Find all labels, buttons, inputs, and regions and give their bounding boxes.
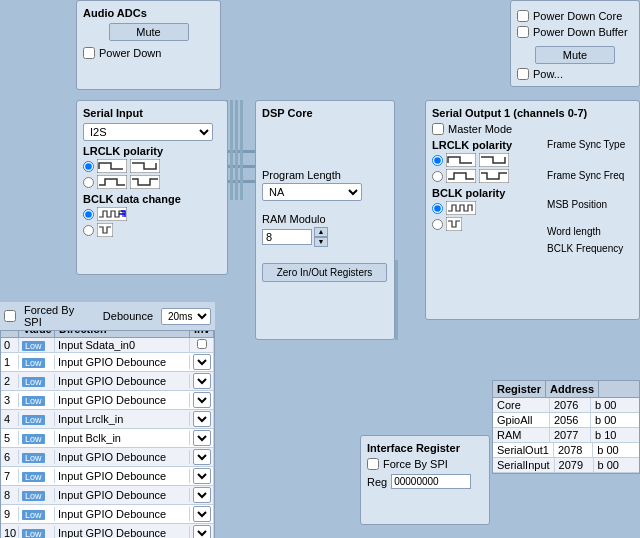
cell-inv: ↓ [190,467,214,485]
reg-val-serialout1: b 00 [593,443,639,457]
cell-direction: Input GPIO Debounce [55,355,190,369]
cell-id: 6 [1,450,19,464]
reg-table-row: SerialInput 2079 b 00 [493,458,639,473]
table-row: 0 Low Input Sdata_in0 [1,338,214,353]
ram-modulo-input[interactable] [262,229,312,245]
ram-modulo-label: RAM Modulo [262,213,388,225]
cell-value: Low [19,374,55,388]
reg-table-row: GpioAll 2056 b 00 [493,413,639,428]
so-lrclk-radio2[interactable] [432,171,443,182]
audio-adcs-mute-button[interactable]: Mute [109,23,189,41]
cell-value: Low [19,431,55,445]
audio-adcs-power-down-label: Power Down [99,47,161,59]
msb-position-label: MSB Position [547,199,633,210]
zero-inout-registers-button[interactable]: Zero In/Out Registers [262,263,387,282]
svg-rect-9 [479,169,509,183]
reg-col-register-header: Register [493,381,546,397]
ram-modulo-spinner[interactable]: ▲ ▼ [314,227,328,247]
bclk-wave1-icon [97,207,127,221]
debounce-select[interactable]: 20ms 10ms 5ms 1ms [161,308,211,325]
so-lrclk-radio1[interactable] [432,155,443,166]
reg-val-ram: b 10 [591,428,639,442]
reg-name-core: Core [493,398,550,412]
cell-direction: Input GPIO Debounce [55,393,190,407]
reg-value-input[interactable] [391,474,471,489]
cell-id: 2 [1,374,19,388]
reg-val-serialinput: b 00 [594,458,639,472]
so-lrclk-label: LRCLK polarity [432,139,537,151]
cell-id: 4 [1,412,19,426]
program-length-select[interactable]: NA 8 16 32 [262,183,362,201]
serial-input-format-select[interactable]: I2S Left Justified Right Justified DSP [83,123,213,141]
reg-addr-serialinput: 2079 [555,458,594,472]
power-down-core-checkbox[interactable] [517,10,529,22]
cell-inv: ↓ [190,353,214,371]
serial-input-lrclk-radio1[interactable] [83,161,94,172]
register-table: Register Address Core 2076 b 00 GpioAll … [492,380,640,474]
so-lrclk-wave2-icon [479,153,509,167]
so-lrclk-wave4-icon [479,169,509,183]
master-mode-checkbox[interactable] [432,123,444,135]
cell-inv: ↓ [190,429,214,447]
bclk-frequency-label: BCLK Frequency [547,243,633,254]
audio-adcs-panel: Audio ADCs Mute Power Down [76,0,221,90]
debounce-label: Debounce [103,310,153,322]
so-bclk-wave2-icon [446,217,462,231]
cell-id: 8 [1,488,19,502]
interface-register-title: Interface Register [367,442,483,454]
power-down-buffer-checkbox[interactable] [517,26,529,38]
forced-spi-checkbox[interactable] [4,310,16,322]
cell-inv: ↓ [190,448,214,466]
interface-force-spi-checkbox[interactable] [367,458,379,470]
table-row: 9 Low Input GPIO Debounce ↓ [1,505,214,524]
reg-val-core: b 00 [591,398,639,412]
serial-input-bclk-radio1[interactable] [83,209,94,220]
ram-modulo-down[interactable]: ▼ [314,237,328,247]
cell-id: 7 [1,469,19,483]
top-right-pow-checkbox[interactable] [517,68,529,80]
reg-name-serialinput: SerialInput [493,458,555,472]
cell-inv: ↓ [190,372,214,390]
wire-v2 [230,100,233,200]
so-bclk-radio1[interactable] [432,203,443,214]
serial-input-bclk-radio2[interactable] [83,225,94,236]
table-row: 6 Low Input GPIO Debounce ↓ [1,448,214,467]
lrclk-wave1-icon [97,159,127,173]
table-row: 8 Low Input GPIO Debounce ↓ [1,486,214,505]
lrclk-wave4-icon [130,175,160,189]
cell-direction: Input Bclk_in [55,431,190,445]
cell-inv: ↓ [190,524,214,538]
svg-rect-11 [446,217,462,231]
reg-label: Reg [367,476,387,488]
top-right-mute-button[interactable]: Mute [535,46,615,64]
cell-direction: Input GPIO Debounce [55,469,190,483]
cell-value: Low [19,412,55,426]
reg-name-ram: RAM [493,428,550,442]
table-row: 7 Low Input GPIO Debounce ↓ [1,467,214,486]
cell-value: Low [19,355,55,369]
cell-id: 9 [1,507,19,521]
reg-table-row: SerialOut1 2078 b 00 [493,443,639,458]
svg-rect-6 [446,153,476,167]
ram-modulo-up[interactable]: ▲ [314,227,328,237]
serial-input-lrclk-radio2[interactable] [83,177,94,188]
so-bclk-label: BCLK polarity [432,187,537,199]
top-right-pow-label: Pow... [533,68,563,80]
lrclk-wave2-icon [130,159,160,173]
forced-spi-label: Forced By SPI [24,304,95,328]
reg-col-address-header: Address [546,381,599,397]
power-down-core-label: Power Down Core [533,10,622,22]
wire-right4 [395,260,398,340]
audio-adcs-power-down-checkbox[interactable] [83,47,95,59]
lrclk-wave3-icon [97,175,127,189]
reg-addr-ram: 2077 [550,428,591,442]
cell-direction: Input Lrclk_in [55,412,190,426]
cell-inv [190,338,214,352]
reg-table-row: RAM 2077 b 10 [493,428,639,443]
table-row: 2 Low Input GPIO Debounce ↓ [1,372,214,391]
cell-id: 10 [1,526,19,538]
wire-v4 [240,100,243,200]
reg-table-header: Register Address [493,381,639,398]
cell-direction: Input GPIO Debounce [55,374,190,388]
so-bclk-radio2[interactable] [432,219,443,230]
